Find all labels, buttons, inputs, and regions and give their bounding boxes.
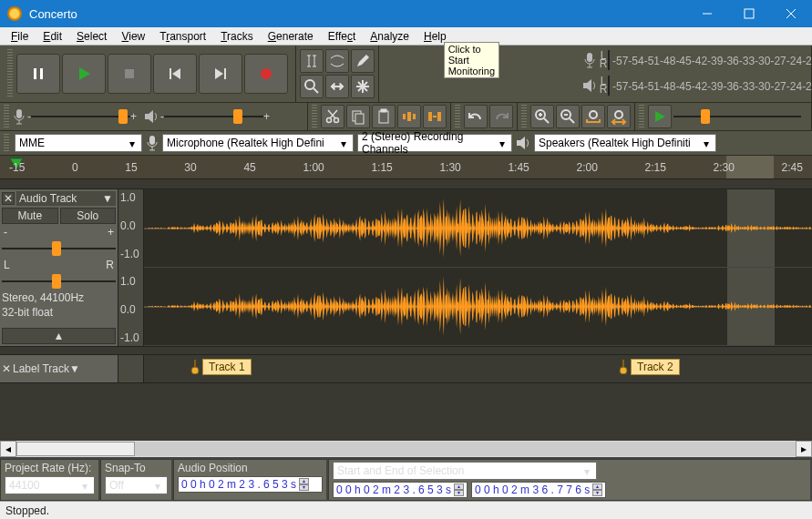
svg-rect-33 bbox=[379, 111, 388, 123]
menu-generate[interactable]: Generate bbox=[261, 28, 321, 45]
mute-button[interactable]: Mute bbox=[2, 208, 58, 224]
pause-button[interactable] bbox=[16, 54, 60, 94]
status-bar: Stopped. bbox=[0, 501, 812, 519]
playback-device-select[interactable]: Speakers (Realtek High Definiti▾ bbox=[534, 134, 716, 152]
waveform-area[interactable] bbox=[144, 189, 812, 346]
toolbar-grip[interactable] bbox=[312, 105, 317, 128]
project-rate-select[interactable]: 44100▾ bbox=[5, 476, 95, 494]
paste-button[interactable] bbox=[372, 105, 396, 128]
timeline-ruler[interactable]: -1501530451:001:151:301:452:002:152:302:… bbox=[0, 156, 812, 179]
svg-line-46 bbox=[570, 118, 574, 123]
audio-position-field[interactable]: 0 0 h 0 2 m 2 3 . 6 5 3 s▴▾ bbox=[178, 476, 323, 493]
meter-lr-play: LR bbox=[599, 77, 608, 94]
meter-lr-rec: LR bbox=[599, 52, 608, 68]
skip-start-button[interactable] bbox=[153, 54, 197, 94]
svg-point-58 bbox=[620, 367, 627, 374]
recording-channels-select[interactable]: 2 (Stereo) Recording Channels▾ bbox=[357, 134, 512, 152]
svg-marker-10 bbox=[215, 68, 223, 79]
maximize-button[interactable] bbox=[728, 0, 770, 27]
toolbar-grip[interactable] bbox=[455, 105, 460, 128]
label-track-panel: ✕ Label Track▼ bbox=[0, 355, 118, 382]
draw-tool[interactable] bbox=[351, 49, 375, 73]
toolbar-grip[interactable] bbox=[7, 49, 13, 98]
label-marker[interactable]: Track 1 bbox=[190, 359, 252, 375]
snap-to-select[interactable]: Off▾ bbox=[105, 476, 168, 494]
trim-button[interactable] bbox=[397, 105, 421, 128]
menu-analyze[interactable]: Analyze bbox=[363, 28, 416, 45]
undo-button[interactable] bbox=[464, 105, 488, 128]
svg-point-48 bbox=[590, 111, 597, 118]
selection-end-field[interactable]: 0 0 h 0 2 m 3 6 . 7 7 6 s▴▾ bbox=[471, 482, 606, 498]
stop-button[interactable] bbox=[108, 54, 151, 94]
redo-button[interactable] bbox=[489, 105, 513, 128]
fit-selection-button[interactable] bbox=[581, 105, 605, 128]
recording-meter[interactable]: -57-54-51-48-45-42-39-36-33-30-27-24-21-… bbox=[608, 50, 610, 70]
track-gain-slider[interactable] bbox=[2, 240, 116, 257]
menu-edit[interactable]: Edit bbox=[36, 28, 69, 45]
solo-button[interactable]: Solo bbox=[60, 208, 117, 224]
audio-host-select[interactable]: MME▾ bbox=[15, 134, 142, 152]
silence-button[interactable] bbox=[423, 105, 447, 128]
selection-tool[interactable] bbox=[300, 49, 324, 73]
transport-toolbar-row: LR -57-54-51-48-45-42-39-36-33-30-27-24-… bbox=[0, 46, 812, 103]
selection-start-field[interactable]: 0 0 h 0 2 m 2 3 . 6 5 3 s▴▾ bbox=[333, 482, 468, 498]
svg-point-12 bbox=[261, 68, 272, 79]
label-track-area[interactable]: Track 1Track 2 bbox=[144, 355, 812, 382]
menu-effect[interactable]: Effect bbox=[321, 28, 363, 45]
monitor-hint[interactable]: Click to Start Monitoring bbox=[444, 42, 499, 78]
toolbar-grip[interactable] bbox=[4, 134, 9, 152]
playback-volume-slider[interactable]: -+ bbox=[160, 108, 270, 125]
svg-rect-23 bbox=[587, 53, 592, 62]
toolbar-grip[interactable] bbox=[521, 105, 527, 128]
svg-rect-36 bbox=[407, 112, 411, 121]
envelope-tool[interactable] bbox=[325, 49, 349, 73]
zoom-in-button[interactable] bbox=[530, 105, 554, 128]
track-info: Stereo, 44100Hz bbox=[2, 291, 116, 304]
track-pan-slider[interactable] bbox=[2, 273, 116, 290]
recording-volume-slider[interactable]: -+ bbox=[27, 108, 137, 125]
toolbar-grip[interactable] bbox=[639, 105, 644, 128]
svg-rect-4 bbox=[34, 68, 36, 79]
toolbar-grip[interactable] bbox=[4, 105, 9, 128]
selection-mode-select[interactable]: Start and End of Selection▾ bbox=[333, 462, 597, 480]
track-menu-button[interactable]: Audio Track▼ bbox=[16, 191, 116, 206]
play-button[interactable] bbox=[62, 54, 106, 94]
scroll-right-button[interactable]: ▸ bbox=[796, 441, 812, 457]
menu-tracks[interactable]: Tracks bbox=[213, 28, 261, 45]
timeshift-tool[interactable] bbox=[325, 75, 349, 98]
track-collapse-button[interactable]: ▲ bbox=[2, 328, 116, 344]
record-button[interactable] bbox=[244, 54, 288, 94]
scroll-left-button[interactable]: ◂ bbox=[0, 441, 16, 457]
svg-line-15 bbox=[313, 88, 318, 93]
horizontal-scrollbar[interactable]: ◂ ▸ bbox=[0, 441, 812, 457]
status-text: Stopped. bbox=[5, 504, 49, 517]
label-marker[interactable]: Track 2 bbox=[618, 359, 680, 375]
menu-select[interactable]: Select bbox=[69, 28, 114, 45]
title-bar: Concerto bbox=[0, 0, 812, 27]
audio-position-label: Audio Position bbox=[178, 462, 323, 474]
play-at-speed-button[interactable] bbox=[648, 105, 672, 128]
zoom-out-button[interactable] bbox=[556, 105, 580, 128]
svg-rect-37 bbox=[413, 114, 416, 119]
skip-end-button[interactable] bbox=[199, 54, 242, 94]
track-close-button[interactable]: ✕ bbox=[2, 362, 11, 375]
menu-view[interactable]: View bbox=[114, 28, 152, 45]
zoom-tool[interactable] bbox=[300, 75, 324, 98]
close-button[interactable] bbox=[770, 0, 812, 27]
playback-speed-slider[interactable] bbox=[673, 108, 801, 125]
svg-marker-54 bbox=[517, 137, 525, 149]
menu-transport[interactable]: Transport bbox=[152, 28, 213, 45]
playback-meter[interactable]: -57-54-51-48-45-42-39-36-33-30-27-24-21-… bbox=[608, 76, 610, 96]
copy-button[interactable] bbox=[346, 105, 370, 128]
fit-project-button[interactable] bbox=[607, 105, 631, 128]
svg-point-14 bbox=[305, 80, 314, 89]
track-menu-button[interactable]: Label Track▼ bbox=[13, 362, 116, 375]
project-rate-label: Project Rate (Hz): bbox=[5, 462, 95, 474]
cut-button[interactable] bbox=[321, 105, 344, 128]
minimize-button[interactable] bbox=[686, 0, 728, 27]
scroll-thumb[interactable] bbox=[16, 442, 135, 456]
track-close-button[interactable]: ✕ bbox=[2, 192, 15, 205]
menu-file[interactable]: File bbox=[4, 28, 36, 45]
multi-tool[interactable] bbox=[351, 75, 375, 98]
recording-device-select[interactable]: Microphone (Realtek High Defini▾ bbox=[162, 134, 354, 152]
